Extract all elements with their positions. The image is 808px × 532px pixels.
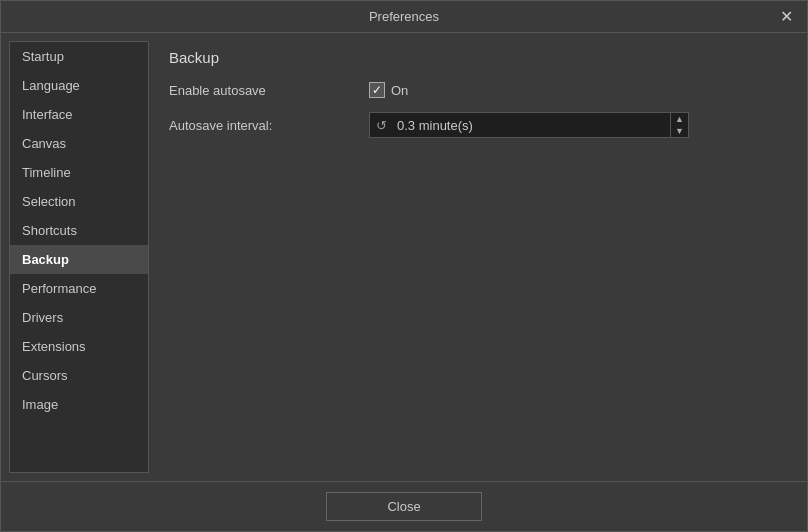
enable-autosave-label: Enable autosave	[169, 83, 369, 98]
enable-autosave-row: Enable autosave On	[169, 82, 787, 98]
enable-autosave-value: On	[369, 82, 408, 98]
spinbox-value: 0.3 minute(s)	[393, 118, 670, 133]
spinbox-up-arrow[interactable]: ▲	[671, 113, 688, 125]
sidebar-item-backup[interactable]: Backup	[10, 245, 148, 274]
sidebar-item-drivers[interactable]: Drivers	[10, 303, 148, 332]
close-button[interactable]: Close	[326, 492, 481, 521]
spinbox-down-arrow[interactable]: ▼	[671, 125, 688, 137]
preferences-dialog: Preferences ✕ StartupLanguageInterfaceCa…	[0, 0, 808, 532]
sidebar-item-interface[interactable]: Interface	[10, 100, 148, 129]
sidebar-item-language[interactable]: Language	[10, 71, 148, 100]
sidebar-item-performance[interactable]: Performance	[10, 274, 148, 303]
sidebar-item-image[interactable]: Image	[10, 390, 148, 419]
sidebar-item-extensions[interactable]: Extensions	[10, 332, 148, 361]
spinbox-reset-icon[interactable]: ↺	[370, 118, 393, 133]
autosave-on-label: On	[391, 83, 408, 98]
title-bar: Preferences ✕	[1, 1, 807, 33]
dialog-title: Preferences	[369, 9, 439, 24]
sidebar-item-shortcuts[interactable]: Shortcuts	[10, 216, 148, 245]
autosave-interval-label: Autosave interval:	[169, 118, 369, 133]
sidebar-item-canvas[interactable]: Canvas	[10, 129, 148, 158]
content-area: StartupLanguageInterfaceCanvasTimelineSe…	[1, 33, 807, 481]
section-title: Backup	[169, 49, 787, 66]
sidebar-item-selection[interactable]: Selection	[10, 187, 148, 216]
footer: Close	[1, 481, 807, 531]
spinbox-arrows[interactable]: ▲ ▼	[670, 113, 688, 137]
sidebar-item-timeline[interactable]: Timeline	[10, 158, 148, 187]
autosave-interval-row: Autosave interval: ↺ 0.3 minute(s) ▲ ▼	[169, 112, 787, 138]
sidebar: StartupLanguageInterfaceCanvasTimelineSe…	[9, 41, 149, 473]
title-bar-close-button[interactable]: ✕	[774, 7, 799, 27]
autosave-interval-spinbox[interactable]: ↺ 0.3 minute(s) ▲ ▼	[369, 112, 689, 138]
main-content: Backup Enable autosave On Autosave inter…	[149, 33, 807, 481]
sidebar-item-cursors[interactable]: Cursors	[10, 361, 148, 390]
sidebar-item-startup[interactable]: Startup	[10, 42, 148, 71]
autosave-checkbox[interactable]	[369, 82, 385, 98]
